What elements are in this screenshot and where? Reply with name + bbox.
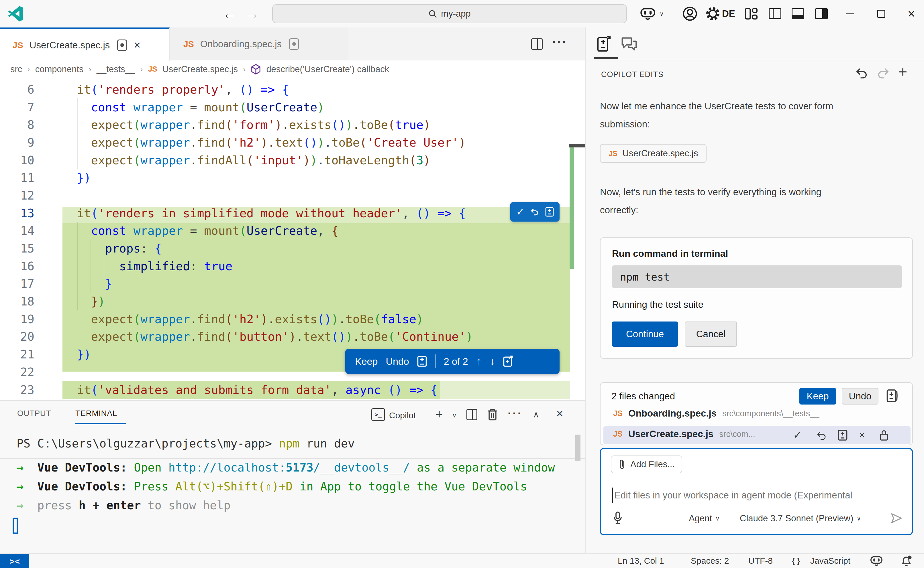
customize-layout-icon[interactable] bbox=[745, 0, 758, 27]
file-reference-chip[interactable]: JS UserCreate.spec.js bbox=[600, 144, 707, 163]
close-panel-icon[interactable]: × bbox=[556, 407, 563, 420]
view-all-diffs-icon[interactable] bbox=[886, 388, 898, 402]
breadcrumb-item[interactable]: components bbox=[35, 64, 84, 74]
code-line-18[interactable]: 18 }) bbox=[0, 293, 585, 310]
discard-file-icon[interactable] bbox=[816, 430, 826, 441]
code-line-10[interactable]: 10 expect(wrapper.findAll('input')).toHa… bbox=[0, 151, 585, 169]
language-badge[interactable]: DE bbox=[722, 0, 735, 27]
card-title: Run command in terminal bbox=[612, 248, 728, 259]
terminal-instance-icon[interactable]: >_ bbox=[371, 408, 385, 421]
code-line-17[interactable]: 17 } bbox=[0, 275, 585, 293]
code-line-20[interactable]: 20 expect(wrapper.find('button').text())… bbox=[0, 328, 585, 346]
new-edit-session-icon[interactable]: + bbox=[898, 63, 907, 80]
copilot-edits-tab-icon[interactable] bbox=[596, 35, 612, 53]
toggle-panel-icon[interactable] bbox=[792, 0, 804, 27]
terminal-instance-label[interactable]: Copilot bbox=[389, 411, 416, 420]
close-tab-icon[interactable]: × bbox=[134, 39, 140, 51]
split-editor-icon[interactable] bbox=[531, 38, 543, 50]
maximize-panel-chevron-icon[interactable]: ∧ bbox=[533, 409, 539, 419]
undo-change-button[interactable]: Undo bbox=[386, 356, 409, 367]
terminal-panel[interactable]: OUTPUT TERMINAL >_ Copilot + ∨ ··· ∧ × P… bbox=[0, 400, 585, 553]
notifications-bell-icon[interactable] bbox=[900, 554, 912, 568]
tab-output[interactable]: OUTPUT bbox=[17, 409, 51, 418]
continue-button[interactable]: Continue bbox=[612, 322, 678, 347]
accept-change-icon[interactable]: ✓ bbox=[516, 206, 524, 218]
remote-indicator-button[interactable]: >< bbox=[0, 554, 29, 568]
changed-file-row-selected[interactable]: JS UserCreate.spec.js src\com... bbox=[613, 429, 755, 440]
code-line-19[interactable]: 19 expect(wrapper.find('h2').exists()).t… bbox=[0, 310, 585, 328]
code-line-23[interactable]: 23it('validates and submits form data', … bbox=[0, 381, 585, 399]
diff-document-icon[interactable] bbox=[417, 356, 427, 367]
code-line-13[interactable]: 13it('renders in simplified mode without… bbox=[0, 204, 585, 222]
account-icon[interactable] bbox=[682, 0, 697, 27]
copilot-menu-chevron-icon[interactable]: ∨ bbox=[660, 0, 664, 27]
code-editor[interactable]: 6it('renders properly', () => {7 const w… bbox=[0, 78, 585, 400]
microphone-icon[interactable] bbox=[613, 511, 623, 525]
breadcrumb-item[interactable]: UserCreate.spec.js bbox=[162, 64, 238, 74]
open-changes-icon[interactable] bbox=[503, 356, 513, 367]
breadcrumb-item[interactable]: __tests__ bbox=[97, 64, 135, 74]
code-line-8[interactable]: 8 expect(wrapper.find('form').exists()).… bbox=[0, 116, 585, 134]
maximize-button[interactable] bbox=[877, 0, 885, 27]
toggle-primary-sidebar-icon[interactable] bbox=[769, 0, 781, 27]
mode-dropdown[interactable]: Agent∨ bbox=[689, 513, 720, 524]
split-terminal-icon[interactable] bbox=[467, 409, 477, 420]
undo-edit-icon[interactable] bbox=[855, 67, 868, 79]
keep-all-button[interactable]: Keep bbox=[799, 388, 836, 405]
copilot-icon[interactable] bbox=[640, 0, 656, 27]
breadcrumb-item[interactable]: describe('UserCreate') callback bbox=[266, 64, 389, 74]
changed-file-row[interactable]: JS Onboarding.spec.js src\components\__t… bbox=[613, 408, 819, 419]
model-dropdown[interactable]: Claude 3.7 Sonnet (Preview)∨ bbox=[740, 513, 861, 524]
tab-onboarding-spec[interactable]: JS Onboarding.spec.js bbox=[170, 27, 348, 60]
indentation-status[interactable]: Spaces: 2 bbox=[691, 554, 729, 568]
keep-change-button[interactable]: Keep bbox=[355, 356, 378, 367]
tab-usercreate-spec[interactable]: JS UserCreate.spec.js × bbox=[0, 27, 170, 61]
nav-forward-button[interactable]: → bbox=[246, 0, 259, 27]
lock-file-icon[interactable] bbox=[879, 429, 889, 441]
toggle-secondary-sidebar-icon[interactable] bbox=[815, 0, 828, 27]
modified-indicator-icon[interactable] bbox=[117, 39, 127, 51]
terminal-profile-chevron-icon[interactable]: ∨ bbox=[452, 412, 457, 419]
encoding-status[interactable]: UTF-8 bbox=[748, 554, 773, 568]
terminal-more-actions-icon[interactable]: ··· bbox=[508, 407, 523, 420]
code-line-12[interactable]: 12 bbox=[0, 187, 585, 204]
language-mode-status[interactable]: JavaScript bbox=[810, 554, 850, 568]
keep-file-check-icon[interactable]: ✓ bbox=[793, 429, 802, 441]
send-icon[interactable] bbox=[890, 512, 903, 525]
copilot-status-icon[interactable] bbox=[870, 554, 883, 568]
code-line-16[interactable]: 16 simplified: true bbox=[0, 257, 585, 275]
tab-terminal[interactable]: TERMINAL bbox=[75, 409, 117, 418]
code-line-14[interactable]: 14 const wrapper = mount(UserCreate, { bbox=[0, 222, 585, 240]
nav-back-button[interactable]: ← bbox=[223, 0, 236, 27]
modified-indicator-icon[interactable] bbox=[289, 38, 299, 50]
command-center-search[interactable]: my-app bbox=[272, 4, 627, 23]
open-diff-icon[interactable] bbox=[545, 207, 554, 217]
previous-change-icon[interactable]: ↑ bbox=[476, 355, 482, 368]
cancel-button[interactable]: Cancel bbox=[685, 322, 737, 347]
redo-edit-icon[interactable] bbox=[877, 67, 890, 79]
code-line-7[interactable]: 7 const wrapper = mount(UserCreate) bbox=[0, 98, 585, 116]
code-line-11[interactable]: 11}) bbox=[0, 169, 585, 187]
remove-file-icon[interactable]: × bbox=[859, 429, 865, 441]
new-terminal-icon[interactable]: + bbox=[435, 407, 443, 421]
editor-actions-more-icon[interactable]: ··· bbox=[552, 35, 567, 48]
kill-terminal-trash-icon[interactable] bbox=[487, 408, 498, 421]
add-files-button[interactable]: Add Files... bbox=[611, 455, 682, 473]
undo-all-button[interactable]: Undo bbox=[842, 388, 879, 405]
scrollbar-position-indicator[interactable] bbox=[569, 144, 585, 147]
open-file-diff-icon[interactable] bbox=[838, 429, 848, 441]
settings-gear-icon[interactable] bbox=[705, 0, 720, 27]
close-window-button[interactable]: × bbox=[908, 0, 915, 27]
terminal-scrollbar[interactable] bbox=[575, 435, 580, 461]
chat-input-placeholder[interactable]: Edit files in your workspace in agent mo… bbox=[614, 490, 908, 501]
chat-input-box[interactable]: Add Files... Edit files in your workspac… bbox=[600, 448, 913, 535]
code-line-9[interactable]: 9 expect(wrapper.find('h2').text()).toBe… bbox=[0, 134, 585, 151]
cursor-position-status[interactable]: Ln 13, Col 1 bbox=[618, 554, 664, 568]
breadcrumb-item[interactable]: src bbox=[10, 64, 22, 74]
code-line-6[interactable]: 6it('renders properly', () => { bbox=[0, 81, 585, 98]
discard-change-icon[interactable] bbox=[530, 207, 539, 216]
next-change-icon[interactable]: ↓ bbox=[490, 355, 495, 368]
chat-tab-icon[interactable] bbox=[621, 36, 638, 52]
minimize-button[interactable] bbox=[846, 0, 854, 27]
code-line-15[interactable]: 15 props: { bbox=[0, 240, 585, 257]
